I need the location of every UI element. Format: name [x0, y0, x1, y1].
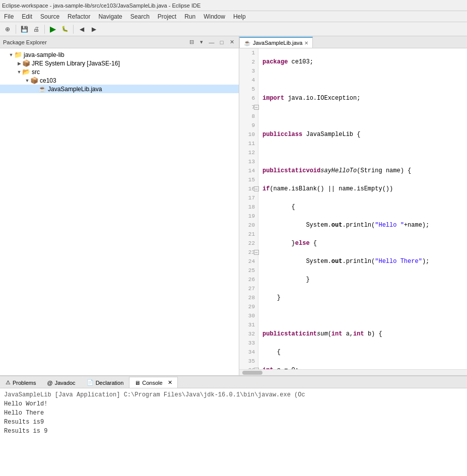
menu-item-file[interactable]: File	[0, 12, 18, 21]
minimize-panel-btn[interactable]: —	[208, 38, 216, 46]
menu-item-window[interactable]: Window	[199, 12, 229, 21]
tab-close-btn[interactable]: ✕	[304, 40, 308, 46]
code-line-11: }else {	[262, 239, 463, 248]
view-menu-btn[interactable]: ▾	[197, 38, 206, 46]
java-tab-icon: ☕	[244, 40, 251, 46]
line-18: 18	[241, 202, 255, 212]
line-29: 29	[241, 302, 255, 311]
tab-problems[interactable]: ⚠ Problems	[0, 377, 41, 388]
line-16: 16—	[241, 184, 255, 193]
line-8: 8	[241, 112, 255, 121]
code-line-4	[262, 112, 463, 121]
code-line-2	[262, 76, 463, 85]
tree-label: JRE System Library [JavaSE-16]	[32, 60, 120, 67]
tab-console-label: Console	[142, 380, 162, 386]
console-line-1: Hello World!	[4, 399, 463, 409]
tree-arrow: ▼	[8, 52, 14, 57]
console-line-3: Results is9	[4, 418, 463, 427]
h-scroll-thumb[interactable]	[242, 371, 262, 375]
menu-item-run[interactable]: Run	[180, 12, 199, 21]
tree-label: JavaSampleLib.java	[48, 86, 102, 93]
tree-item-src[interactable]: ▼ 📂 src	[0, 67, 239, 76]
horizontal-scrollbar[interactable]	[239, 369, 467, 375]
package-tree: ▼ 📁 java-sample-lib ▶ 📦 JRE System Libra…	[0, 48, 239, 375]
menu-item-navigate[interactable]: Navigate	[94, 12, 126, 21]
line-13: 13	[241, 157, 255, 166]
fold-23[interactable]: —	[254, 250, 259, 255]
run-btn[interactable]: ▶	[47, 24, 58, 35]
fold-36[interactable]: —	[254, 368, 259, 369]
line-26: 26	[241, 275, 255, 284]
tree-item-ce103[interactable]: ▼ 📦 ce103	[0, 76, 239, 85]
menu-item-edit[interactable]: Edit	[18, 12, 36, 21]
line-5: 5	[241, 85, 255, 94]
code-line-8: if(name.isBlank() || name.isEmpty())	[262, 184, 463, 193]
save-btn[interactable]: 💾	[19, 24, 30, 35]
tree-arrow: ▶	[16, 61, 22, 66]
tree-label: java-sample-lib	[24, 51, 64, 58]
line-28: 28	[241, 293, 255, 302]
prev-btn[interactable]: ◀	[76, 24, 87, 35]
line-numbers: 1 2 3 4 5 6 7— 8 9 10 11 12 13 14 15 16—	[239, 48, 258, 369]
tree-item-java-sample-lib[interactable]: ▼ 📁 java-sample-lib	[0, 50, 239, 59]
next-btn[interactable]: ▶	[88, 24, 99, 35]
code-line-5: public class JavaSampleLib {	[262, 130, 463, 139]
code-line-10: System.out.println("Hello "+name);	[262, 221, 463, 230]
tree-item-jre-library[interactable]: ▶ 📦 JRE System Library [JavaSE-16]	[0, 59, 239, 67]
line-14: 14	[241, 166, 255, 175]
code-content[interactable]: package ce103; import java.io.IOExceptio…	[258, 48, 467, 369]
line-34: 34	[241, 348, 255, 357]
tab-javadoc-label: Javadoc	[55, 380, 76, 386]
menu-item-project[interactable]: Project	[154, 12, 180, 21]
line-2: 2	[241, 57, 255, 66]
tree-arrow: ▼	[24, 78, 30, 83]
code-line-12: System.out.println("Hello There");	[262, 257, 463, 266]
print-btn[interactable]: 🖨	[31, 24, 42, 35]
tab-label: JavaSampleLib.java	[253, 40, 302, 46]
code-line-18: int c = 0;	[262, 366, 463, 369]
toolbar: ⊕ 💾 🖨 ▶ 🐛 ◀ ▶	[0, 22, 467, 36]
line-25: 25	[241, 266, 255, 275]
debug-btn[interactable]: 🐛	[59, 24, 71, 35]
console-line-2: Hello There	[4, 409, 463, 418]
editor-tab-java-sample-lib[interactable]: ☕ JavaSampleLib.java ✕	[239, 37, 313, 48]
menu-bar: FileEditSourceRefactorNavigateSearchProj…	[0, 11, 467, 22]
menu-item-source[interactable]: Source	[36, 12, 63, 21]
workspace: Package Explorer ⊟ ▾ — □ ✕ ▼ 📁 java-samp…	[0, 36, 467, 375]
code-editor[interactable]: 1 2 3 4 5 6 7— 8 9 10 11 12 13 14 15 16—	[239, 48, 467, 369]
tab-console[interactable]: 🖥 Console ✕	[129, 377, 177, 388]
console-content: JavaSampleLib [Java Application] C:\Prog…	[0, 388, 467, 476]
new-btn[interactable]: ⊕	[2, 24, 13, 35]
fold-7[interactable]: —	[254, 105, 259, 110]
menu-item-search[interactable]: Search	[126, 12, 154, 21]
console-header-line: JavaSampleLib [Java Application] C:\Prog…	[4, 390, 463, 399]
console-close-btn[interactable]: ✕	[168, 379, 172, 386]
tab-javadoc[interactable]: @ Javadoc	[41, 377, 81, 388]
collapse-all-btn[interactable]: ⊟	[187, 38, 195, 46]
jar-icon: 📦	[22, 59, 30, 67]
line-33: 33	[241, 338, 255, 348]
line-35: 35	[241, 357, 255, 366]
menu-item-help[interactable]: Help	[229, 12, 250, 21]
line-32: 32	[241, 329, 255, 338]
tree-item-java-file[interactable]: ☕ JavaSampleLib.java	[0, 85, 239, 93]
close-panel-btn[interactable]: ✕	[228, 38, 236, 46]
line-20: 20	[241, 221, 255, 230]
line-30: 30	[241, 311, 255, 320]
bottom-panel: ⚠ Problems @ Javadoc 📄 Declaration 🖥 Con…	[0, 375, 467, 476]
code-line-1: package ce103;	[262, 57, 463, 66]
tab-declaration[interactable]: 📄 Declaration	[81, 377, 129, 388]
maximize-panel-btn[interactable]: □	[218, 38, 226, 46]
tree-arrow: ▼	[16, 70, 22, 75]
title-bar: Eclipse-workspace - java-sample-lib/src/…	[0, 0, 467, 11]
code-line-7: public static void sayHelloTo(String nam…	[262, 166, 463, 175]
console-line-4: Results is 9	[4, 427, 463, 436]
line-19: 19	[241, 212, 255, 221]
fold-16[interactable]: —	[254, 186, 259, 191]
menu-item-refactor[interactable]: Refactor	[63, 12, 94, 21]
line-23: 23—	[241, 248, 255, 257]
line-9: 9	[241, 121, 255, 130]
code-line-3: import java.io.IOException;	[262, 94, 463, 103]
declaration-icon: 📄	[87, 379, 94, 386]
toolbar-sep-3	[73, 25, 74, 34]
